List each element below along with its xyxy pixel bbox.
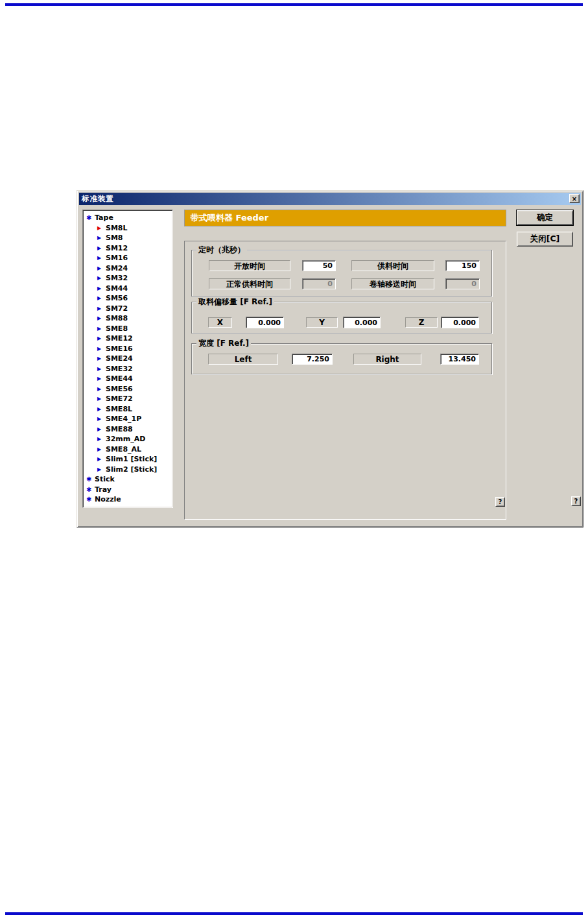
tree-node-icon xyxy=(97,225,106,231)
y-offset-field[interactable]: 0.000 xyxy=(343,317,381,328)
tree-item[interactable]: SME32 xyxy=(83,364,172,374)
document-page: 标准装置 × Tape SM8L SM8 SM12 SM16 xyxy=(0,0,588,922)
pick-offset-group-title: 取料偏移量 [F Ref.] xyxy=(196,297,274,306)
tree-node-icon xyxy=(86,214,95,221)
tree-node-icon xyxy=(97,315,106,321)
tree-item[interactable]: SME4_1P xyxy=(83,414,172,424)
right-width-label: Right xyxy=(353,354,421,365)
left-width-label: Left xyxy=(208,354,278,365)
tree-item-label: SM44 xyxy=(106,284,128,293)
tree-item[interactable]: SM24 xyxy=(83,263,172,274)
tree-item-label: SM24 xyxy=(106,264,128,273)
tree-item-label: SME8 xyxy=(106,324,128,333)
tree-item[interactable]: Tape xyxy=(83,213,172,223)
tree-node-icon xyxy=(97,285,106,291)
width-group-title: 宽度 [F Ref.] xyxy=(196,339,251,348)
tree-node-icon xyxy=(97,376,106,382)
tree-item[interactable]: SM32 xyxy=(83,273,172,284)
tree-item[interactable]: SM8L xyxy=(83,223,172,234)
tree-item[interactable]: Slim1 [Stick] xyxy=(83,454,172,465)
reel-transfer-time-field: 0 xyxy=(445,278,480,289)
tree-node-icon xyxy=(97,436,106,442)
open-time-label: 开放时间 xyxy=(209,260,290,271)
tree-item[interactable]: SME72 xyxy=(83,394,172,404)
tree-item[interactable]: SM56 xyxy=(83,293,172,304)
tree-item-label: SME8_AL xyxy=(106,445,141,454)
tree-item[interactable]: SME56 xyxy=(83,384,172,394)
z-label: Z xyxy=(405,317,438,328)
tree-item[interactable]: SME88 xyxy=(83,424,172,435)
tree-node-icon xyxy=(97,396,106,402)
tree-item[interactable]: SME8L xyxy=(83,404,172,415)
tree-item[interactable]: SM16 xyxy=(83,253,172,263)
tree-item-label: SME24 xyxy=(106,354,133,363)
left-width-field[interactable]: 7.250 xyxy=(292,354,333,365)
dialog-help-button[interactable]: ? xyxy=(571,496,581,506)
tree-node-icon xyxy=(97,306,106,311)
tree-item[interactable]: Tray xyxy=(83,485,172,495)
tree-node-icon xyxy=(97,356,106,361)
tree-item[interactable]: SME8_AL xyxy=(83,444,172,455)
feed-time-field[interactable]: 150 xyxy=(445,260,480,271)
tree-node-icon xyxy=(97,416,106,422)
x-label: X xyxy=(208,317,232,328)
tree-item[interactable]: SM44 xyxy=(83,284,172,294)
tree-item-label: SM16 xyxy=(106,254,128,262)
tree-node-icon xyxy=(97,295,106,301)
tree-node-icon xyxy=(97,265,106,271)
tree-node-icon xyxy=(97,386,106,392)
tree-item-label: SME4_1P xyxy=(106,415,141,423)
normal-feed-time-field: 0 xyxy=(302,278,336,289)
tree-item-label: 32mm_AD xyxy=(106,435,145,443)
z-offset-field[interactable]: 0.000 xyxy=(441,317,479,328)
tree-item-label: SM12 xyxy=(106,244,128,252)
tree-item-label: Stick xyxy=(95,475,115,483)
tree-item[interactable]: 32mm_AD xyxy=(83,434,172,444)
tree-item[interactable]: Stick xyxy=(83,474,172,485)
close-button[interactable]: 关闭[C] xyxy=(517,232,573,247)
tree-node-icon xyxy=(97,335,106,341)
tree-item-label: Tray xyxy=(95,485,112,494)
dialog-titlebar[interactable]: 标准装置 × xyxy=(79,193,581,205)
tree-item-label: Slim2 [Stick] xyxy=(106,465,157,474)
normal-feed-time-label: 正常供料时间 xyxy=(209,278,290,289)
tree-item-label: SME88 xyxy=(106,425,133,433)
tree-item[interactable]: SME8 xyxy=(83,324,172,334)
tree-item[interactable]: SME12 xyxy=(83,334,172,344)
x-offset-field[interactable]: 0.000 xyxy=(246,317,284,328)
tree-node-icon xyxy=(97,456,106,462)
standard-device-dialog: 标准装置 × Tape SM8L SM8 SM12 SM16 xyxy=(76,190,583,528)
tree-item-label: SME72 xyxy=(106,394,133,403)
tree-item-label: SM32 xyxy=(106,274,128,282)
tree-item[interactable]: SME44 xyxy=(83,374,172,384)
tree-item[interactable]: SM12 xyxy=(83,243,172,254)
tree-node-icon xyxy=(97,326,106,332)
tree-node-icon xyxy=(97,255,106,261)
tree-item[interactable]: SM88 xyxy=(83,313,172,324)
tree-item-label: SM8L xyxy=(106,224,128,232)
tree-item-label: SME12 xyxy=(106,334,133,343)
tree-item-label: SME32 xyxy=(106,365,133,373)
dialog-title: 标准装置 xyxy=(79,194,114,204)
timing-group-title: 定时（兆秒） xyxy=(196,245,247,254)
tree-item[interactable]: Slim2 [Stick] xyxy=(83,465,172,475)
close-icon[interactable]: × xyxy=(569,194,580,203)
tree-item-label: SME8L xyxy=(106,405,132,413)
top-rule xyxy=(5,3,583,6)
tree-item[interactable]: SM8 xyxy=(83,233,172,243)
tree-item-label: SME44 xyxy=(106,374,133,383)
tree-item[interactable]: SME24 xyxy=(83,354,172,364)
tree-item[interactable]: SM72 xyxy=(83,304,172,314)
open-time-field[interactable]: 50 xyxy=(302,260,336,271)
bottom-rule xyxy=(5,912,583,915)
tree-item[interactable]: SME16 xyxy=(83,344,172,354)
tree-node-icon xyxy=(97,346,106,352)
ok-button[interactable]: 确定 xyxy=(517,210,573,225)
tree-item[interactable]: Nozzle xyxy=(83,494,172,505)
tree-node-icon xyxy=(97,446,106,452)
panel-help-button[interactable]: ? xyxy=(495,497,505,507)
y-label: Y xyxy=(306,317,338,328)
tree-node-icon xyxy=(97,406,106,412)
device-tree[interactable]: Tape SM8L SM8 SM12 SM16 SM24 xyxy=(82,210,173,508)
right-width-field[interactable]: 13.450 xyxy=(440,354,479,365)
